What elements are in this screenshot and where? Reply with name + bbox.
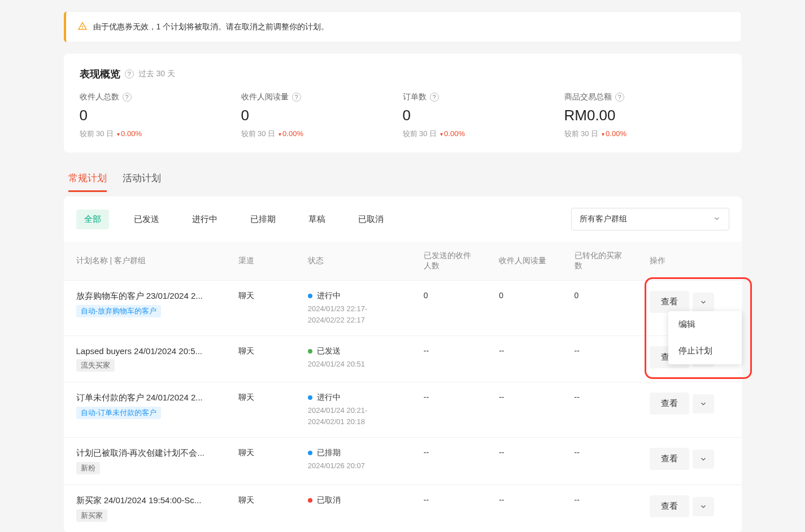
- chevron-down-icon: [699, 503, 707, 511]
- delta-down-icon: ▾: [279, 131, 281, 137]
- help-icon[interactable]: ?: [123, 93, 132, 102]
- filter-tabs: 全部已发送进行中已排期草稿已取消: [76, 210, 571, 229]
- main-tab[interactable]: 常规计划: [68, 166, 107, 192]
- metric-delta: 0.00%: [282, 129, 303, 138]
- overview-card: 表现概览 ? 过去 30 天 收件人总数 ? 0 较前 30 日 ▾0.00% …: [64, 54, 742, 152]
- cell-read: --: [486, 438, 562, 485]
- status-date: 2024/02/22 22:17: [308, 315, 399, 326]
- row-actions-dropdown-button[interactable]: [693, 293, 714, 312]
- status-text: 进行中: [317, 291, 341, 301]
- status-date: 2024/01/26 20:07: [308, 460, 399, 472]
- status-text: 已取消: [317, 495, 341, 505]
- metric-compare-prefix: 较前 30 日: [80, 129, 114, 138]
- cell-converted: --: [562, 336, 637, 382]
- metric: 订单数 ? 0 较前 30 日 ▾0.00%: [403, 92, 564, 139]
- status-text: 已排期: [317, 448, 341, 458]
- metric-delta: 0.00%: [444, 129, 465, 138]
- view-button[interactable]: 查看: [650, 448, 689, 470]
- cell-converted: 0: [562, 281, 637, 336]
- plan-name: 新买家 24/01/2024 19:54:00-Sc...: [76, 495, 214, 506]
- cell-sent: --: [411, 382, 486, 438]
- filter-tab[interactable]: 草稿: [301, 210, 333, 229]
- metric-label: 收件人总数: [80, 92, 119, 102]
- alert-banner: 由于优惠券无效，1 个计划将被取消。请在取消之前调整你的计划。: [64, 11, 742, 42]
- status-text: 进行中: [317, 393, 341, 403]
- view-button[interactable]: 查看: [650, 291, 689, 313]
- table-row: 计划已被取消-再次创建计划不会... 新粉 聊天 已排期 2024/01/26 …: [64, 438, 742, 485]
- status-dot-icon: [308, 395, 312, 400]
- metric: 收件人总数 ? 0 较前 30 日 ▾0.00%: [80, 92, 241, 139]
- menu-item[interactable]: 编辑: [668, 311, 742, 338]
- status-date: 2024/01/23 22:17-: [308, 303, 399, 315]
- plan-channel: 聊天: [226, 438, 295, 485]
- metric-compare-prefix: 较前 30 日: [564, 129, 599, 138]
- th-converted: 已转化的买家数: [562, 242, 637, 281]
- help-icon[interactable]: ?: [292, 93, 301, 102]
- plan-name: 计划已被取消-再次创建计划不会...: [76, 448, 214, 459]
- filter-tab[interactable]: 已排期: [242, 210, 284, 229]
- plan-name: Lapsed buyers 24/01/2024 20:5...: [76, 346, 214, 356]
- metric: 收件人阅读量 ? 0 较前 30 日 ▾0.00%: [241, 92, 403, 139]
- metric-label: 收件人阅读量: [241, 92, 289, 102]
- plan-tag: 自动-订单未付款的客户: [76, 407, 161, 419]
- status-text: 已发送: [317, 346, 341, 356]
- th-name: 计划名称 | 客户群组: [64, 242, 226, 281]
- metric-delta: 0.00%: [606, 129, 626, 138]
- status-dot-icon: [308, 349, 312, 354]
- cell-sent: 0: [411, 281, 486, 336]
- cell-converted: --: [562, 438, 637, 485]
- table-row: Lapsed buyers 24/01/2024 20:5... 流失买家 聊天…: [64, 336, 742, 382]
- status-dot-icon: [308, 498, 312, 503]
- main-tab[interactable]: 活动计划: [123, 166, 161, 192]
- plan-name: 订单未付款的客户 24/01/2024 2...: [76, 393, 214, 403]
- status-dot-icon: [308, 451, 312, 455]
- row-actions-dropdown-button[interactable]: [693, 394, 714, 413]
- customer-group-select[interactable]: 所有客户群组: [571, 208, 729, 230]
- plan-tag: 流失买家: [76, 359, 115, 372]
- metric-label: 订单数: [403, 92, 427, 102]
- overview-subtitle: 过去 30 天: [138, 69, 175, 79]
- cell-converted: --: [562, 485, 637, 533]
- filter-tab[interactable]: 已取消: [350, 210, 391, 229]
- metric-value: 0: [403, 107, 564, 124]
- table-row: 放弃购物车的客户 23/01/2024 2... 自动-放弃购物车的客户 聊天 …: [64, 281, 742, 336]
- delta-down-icon: ▾: [602, 131, 604, 137]
- row-actions-dropdown-button[interactable]: [693, 497, 714, 516]
- filter-tab[interactable]: 全部: [76, 210, 109, 229]
- cell-converted: --: [562, 382, 637, 438]
- view-button[interactable]: 查看: [650, 393, 689, 415]
- metric-value: 0: [241, 107, 403, 124]
- cell-sent: --: [411, 485, 486, 533]
- cell-sent: --: [411, 438, 486, 485]
- help-icon[interactable]: ?: [615, 93, 624, 102]
- chevron-down-icon: [699, 455, 707, 463]
- plan-name: 放弃购物车的客户 23/01/2024 2...: [76, 291, 214, 302]
- status-date: 2024/01/24 20:21-: [308, 405, 399, 416]
- help-icon[interactable]: ?: [430, 93, 439, 102]
- metric-compare-prefix: 较前 30 日: [241, 129, 276, 138]
- row-actions-dropdown-button[interactable]: [693, 450, 714, 469]
- cell-read: --: [486, 382, 562, 438]
- plans-table: 计划名称 | 客户群组 渠道 状态 已发送的收件人数 收件人阅读量 已转化的买家…: [64, 242, 742, 532]
- filter-tab[interactable]: 进行中: [184, 210, 225, 229]
- metric-value: 0: [80, 107, 241, 124]
- cell-read: --: [486, 485, 562, 533]
- plan-channel: 聊天: [226, 382, 295, 438]
- table-row: 新买家 24/01/2024 19:54:00-Sc... 新买家 聊天 已取消…: [64, 485, 742, 533]
- delta-down-icon: ▾: [117, 131, 120, 137]
- menu-item[interactable]: 停止计划: [668, 338, 742, 364]
- alert-text: 由于优惠券无效，1 个计划将被取消。请在取消之前调整你的计划。: [93, 22, 329, 32]
- status-date: 2024/02/01 20:18: [308, 416, 399, 428]
- th-actions: 操作: [637, 242, 742, 281]
- table-row: 订单未付款的客户 24/01/2024 2... 自动-订单未付款的客户 聊天 …: [64, 382, 742, 438]
- metric-compare-prefix: 较前 30 日: [403, 129, 437, 138]
- main-tabs: 常规计划活动计划: [53, 166, 753, 192]
- plan-tag: 新买家: [76, 509, 107, 522]
- th-read: 收件人阅读量: [486, 242, 562, 281]
- filter-tab[interactable]: 已发送: [126, 210, 167, 229]
- cell-read: 0: [486, 281, 562, 336]
- help-icon[interactable]: ?: [125, 69, 134, 79]
- metric-label: 商品交易总额: [564, 92, 612, 102]
- view-button[interactable]: 查看: [650, 495, 689, 517]
- row-action-menu: 编辑停止计划: [668, 311, 742, 364]
